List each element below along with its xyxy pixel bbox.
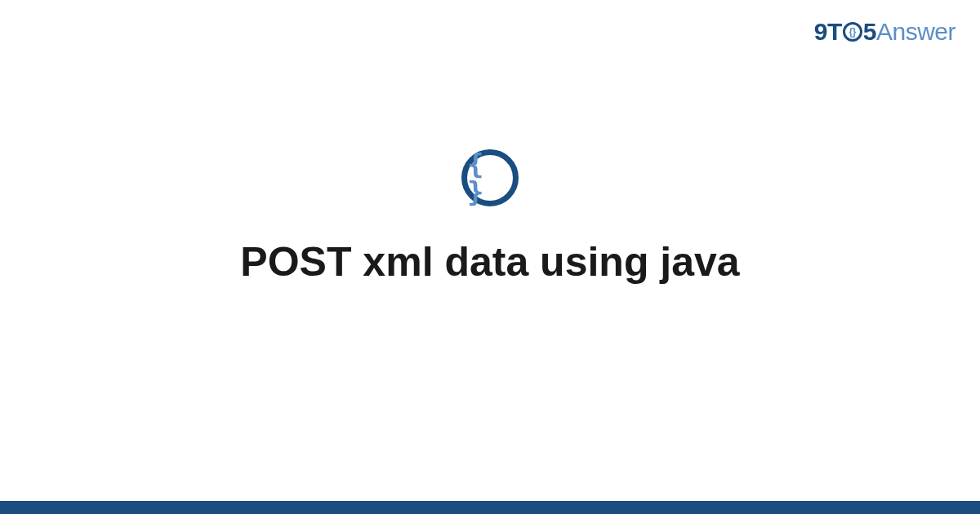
main-content: { } POST xml data using java — [0, 0, 980, 501]
page-title: POST xml data using java — [240, 237, 739, 286]
code-braces-icon: { } — [467, 150, 513, 206]
category-icon: { } — [461, 149, 519, 206]
footer-bar — [0, 501, 980, 514]
